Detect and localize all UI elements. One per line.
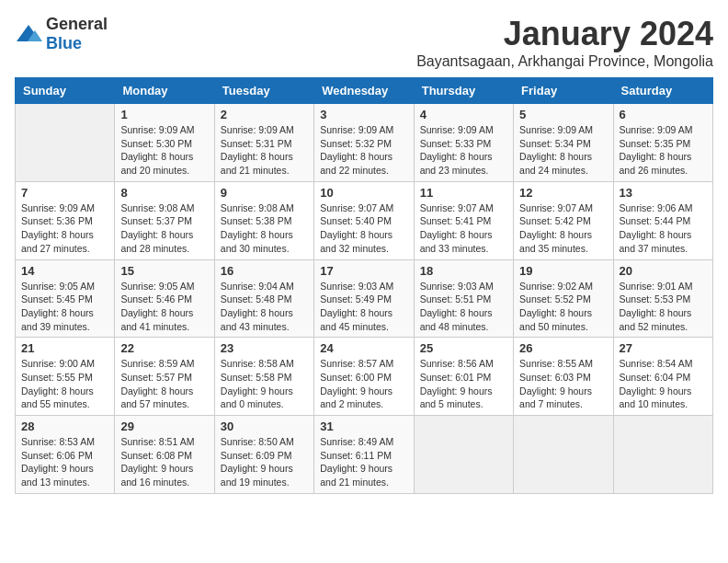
day-info: Sunrise: 9:04 AMSunset: 5:48 PMDaylight:… bbox=[221, 280, 308, 334]
day-info: Sunrise: 8:59 AMSunset: 5:57 PMDaylight:… bbox=[120, 357, 208, 411]
day-number: 10 bbox=[320, 186, 407, 200]
day-info: Sunrise: 8:55 AMSunset: 6:03 PMDaylight:… bbox=[519, 357, 607, 411]
calendar-cell: 2 Sunrise: 9:09 AMSunset: 5:31 PMDayligh… bbox=[214, 104, 313, 182]
day-info: Sunrise: 9:02 AMSunset: 5:52 PMDaylight:… bbox=[519, 280, 607, 334]
day-number: 14 bbox=[21, 264, 108, 278]
day-number: 25 bbox=[420, 341, 507, 355]
day-number: 11 bbox=[420, 186, 507, 200]
day-info: Sunrise: 8:49 AMSunset: 6:11 PMDaylight:… bbox=[320, 435, 407, 489]
title-section: January 2024 Bayantsagaan, Arkhangai Pro… bbox=[416, 15, 713, 70]
day-info: Sunrise: 8:50 AMSunset: 6:09 PMDaylight:… bbox=[221, 435, 308, 489]
calendar-cell: 4 Sunrise: 9:09 AMSunset: 5:33 PMDayligh… bbox=[414, 104, 513, 182]
logo-icon bbox=[15, 23, 42, 45]
calendar-table: Sunday Monday Tuesday Wednesday Thursday… bbox=[15, 77, 713, 494]
calendar-cell: 9 Sunrise: 9:08 AMSunset: 5:38 PMDayligh… bbox=[214, 181, 313, 259]
day-info: Sunrise: 9:01 AMSunset: 5:53 PMDaylight:… bbox=[620, 280, 707, 334]
week-row-3: 14 Sunrise: 9:05 AMSunset: 5:45 PMDaylig… bbox=[16, 259, 713, 338]
day-number: 31 bbox=[320, 419, 407, 433]
calendar-cell: 27 Sunrise: 8:54 AMSunset: 6:04 PMDaylig… bbox=[613, 338, 712, 416]
calendar-cell: 19 Sunrise: 9:02 AMSunset: 5:52 PMDaylig… bbox=[514, 259, 613, 338]
calendar-cell: 24 Sunrise: 8:57 AMSunset: 6:00 PMDaylig… bbox=[314, 338, 414, 416]
calendar-cell: 22 Sunrise: 8:59 AMSunset: 5:57 PMDaylig… bbox=[115, 338, 214, 416]
day-number: 28 bbox=[21, 419, 108, 433]
day-info: Sunrise: 8:54 AMSunset: 6:04 PMDaylight:… bbox=[620, 357, 707, 411]
day-number: 17 bbox=[320, 264, 407, 278]
col-monday: Monday bbox=[115, 78, 214, 104]
day-info: Sunrise: 9:05 AMSunset: 5:46 PMDaylight:… bbox=[120, 280, 208, 334]
calendar-cell: 15 Sunrise: 9:05 AMSunset: 5:46 PMDaylig… bbox=[115, 259, 214, 338]
calendar-cell: 31 Sunrise: 8:49 AMSunset: 6:11 PMDaylig… bbox=[314, 416, 414, 494]
day-number: 27 bbox=[620, 341, 707, 355]
day-info: Sunrise: 9:09 AMSunset: 5:34 PMDaylight:… bbox=[519, 123, 607, 178]
day-info: Sunrise: 9:00 AMSunset: 5:55 PMDaylight:… bbox=[21, 357, 108, 411]
day-info: Sunrise: 9:07 AMSunset: 5:42 PMDaylight:… bbox=[519, 201, 607, 256]
calendar-subtitle: Bayantsagaan, Arkhangai Province, Mongol… bbox=[416, 53, 713, 70]
day-info: Sunrise: 9:06 AMSunset: 5:44 PMDaylight:… bbox=[620, 201, 707, 256]
day-info: Sunrise: 9:09 AMSunset: 5:30 PMDaylight:… bbox=[120, 123, 208, 178]
day-info: Sunrise: 9:05 AMSunset: 5:45 PMDaylight:… bbox=[21, 280, 108, 334]
calendar-cell: 11 Sunrise: 9:07 AMSunset: 5:41 PMDaylig… bbox=[414, 181, 513, 259]
day-number: 18 bbox=[420, 264, 507, 278]
calendar-cell: 23 Sunrise: 8:58 AMSunset: 5:58 PMDaylig… bbox=[214, 338, 313, 416]
day-number: 5 bbox=[519, 108, 607, 121]
day-number: 26 bbox=[519, 341, 607, 355]
calendar-cell: 8 Sunrise: 9:08 AMSunset: 5:37 PMDayligh… bbox=[115, 181, 214, 259]
calendar-cell bbox=[414, 416, 513, 494]
logo: General Blue bbox=[15, 15, 108, 53]
calendar-cell: 28 Sunrise: 8:53 AMSunset: 6:06 PMDaylig… bbox=[16, 416, 115, 494]
week-row-5: 28 Sunrise: 8:53 AMSunset: 6:06 PMDaylig… bbox=[16, 416, 713, 494]
calendar-cell: 17 Sunrise: 9:03 AMSunset: 5:49 PMDaylig… bbox=[314, 259, 414, 338]
day-info: Sunrise: 8:56 AMSunset: 6:01 PMDaylight:… bbox=[420, 357, 507, 411]
day-info: Sunrise: 9:07 AMSunset: 5:41 PMDaylight:… bbox=[420, 201, 507, 256]
day-number: 20 bbox=[620, 264, 707, 278]
day-info: Sunrise: 9:09 AMSunset: 5:33 PMDaylight:… bbox=[420, 123, 507, 178]
day-info: Sunrise: 8:57 AMSunset: 6:00 PMDaylight:… bbox=[320, 357, 407, 411]
col-thursday: Thursday bbox=[414, 78, 513, 104]
day-number: 24 bbox=[320, 341, 407, 355]
header-row: Sunday Monday Tuesday Wednesday Thursday… bbox=[16, 78, 713, 104]
day-number: 2 bbox=[221, 108, 308, 121]
day-number: 16 bbox=[221, 264, 308, 278]
day-number: 23 bbox=[221, 341, 308, 355]
calendar-cell: 6 Sunrise: 9:09 AMSunset: 5:35 PMDayligh… bbox=[613, 104, 712, 182]
logo-blue: Blue bbox=[46, 34, 82, 52]
calendar-cell: 25 Sunrise: 8:56 AMSunset: 6:01 PMDaylig… bbox=[414, 338, 513, 416]
week-row-2: 7 Sunrise: 9:09 AMSunset: 5:36 PMDayligh… bbox=[16, 181, 713, 259]
week-row-1: 1 Sunrise: 9:09 AMSunset: 5:30 PMDayligh… bbox=[16, 104, 713, 182]
calendar-cell: 7 Sunrise: 9:09 AMSunset: 5:36 PMDayligh… bbox=[16, 181, 115, 259]
day-info: Sunrise: 8:51 AMSunset: 6:08 PMDaylight:… bbox=[120, 435, 208, 489]
day-number: 13 bbox=[620, 186, 707, 200]
day-number: 3 bbox=[320, 108, 407, 121]
calendar-cell: 10 Sunrise: 9:07 AMSunset: 5:40 PMDaylig… bbox=[314, 181, 414, 259]
day-number: 7 bbox=[21, 186, 108, 200]
col-saturday: Saturday bbox=[613, 78, 712, 104]
day-info: Sunrise: 9:09 AMSunset: 5:36 PMDaylight:… bbox=[21, 201, 108, 256]
day-number: 15 bbox=[120, 264, 208, 278]
day-number: 21 bbox=[21, 341, 108, 355]
day-number: 6 bbox=[620, 108, 707, 121]
day-info: Sunrise: 9:03 AMSunset: 5:49 PMDaylight:… bbox=[320, 280, 407, 334]
day-number: 19 bbox=[519, 264, 607, 278]
day-info: Sunrise: 9:09 AMSunset: 5:31 PMDaylight:… bbox=[221, 123, 308, 178]
calendar-cell: 21 Sunrise: 9:00 AMSunset: 5:55 PMDaylig… bbox=[16, 338, 115, 416]
calendar-cell bbox=[514, 416, 613, 494]
day-number: 9 bbox=[221, 186, 308, 200]
calendar-cell: 16 Sunrise: 9:04 AMSunset: 5:48 PMDaylig… bbox=[214, 259, 313, 338]
day-number: 4 bbox=[420, 108, 507, 121]
day-info: Sunrise: 8:58 AMSunset: 5:58 PMDaylight:… bbox=[221, 357, 308, 411]
logo-general: General bbox=[46, 15, 108, 33]
calendar-cell: 5 Sunrise: 9:09 AMSunset: 5:34 PMDayligh… bbox=[514, 104, 613, 182]
col-tuesday: Tuesday bbox=[214, 78, 313, 104]
calendar-cell: 20 Sunrise: 9:01 AMSunset: 5:53 PMDaylig… bbox=[613, 259, 712, 338]
calendar-cell: 1 Sunrise: 9:09 AMSunset: 5:30 PMDayligh… bbox=[115, 104, 214, 182]
calendar-title: January 2024 bbox=[416, 15, 713, 53]
day-number: 12 bbox=[519, 186, 607, 200]
day-info: Sunrise: 9:03 AMSunset: 5:51 PMDaylight:… bbox=[420, 280, 507, 334]
day-number: 30 bbox=[221, 419, 308, 433]
day-info: Sunrise: 9:07 AMSunset: 5:40 PMDaylight:… bbox=[320, 201, 407, 256]
calendar-cell bbox=[613, 416, 712, 494]
header: General Blue January 2024 Bayantsagaan, … bbox=[15, 15, 713, 70]
calendar-cell: 30 Sunrise: 8:50 AMSunset: 6:09 PMDaylig… bbox=[214, 416, 313, 494]
calendar-cell: 3 Sunrise: 9:09 AMSunset: 5:32 PMDayligh… bbox=[314, 104, 414, 182]
calendar-cell: 18 Sunrise: 9:03 AMSunset: 5:51 PMDaylig… bbox=[414, 259, 513, 338]
